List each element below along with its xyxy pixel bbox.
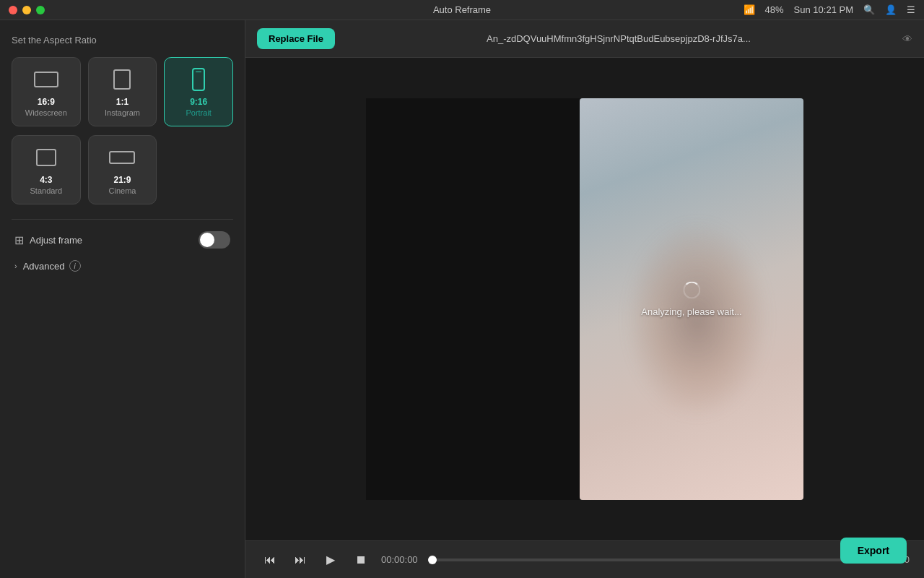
ar-ratio-instagram: 1:1 <box>116 97 128 107</box>
ar-label-standard: Standard <box>30 186 63 195</box>
ar-label-cinema: Cinema <box>109 186 136 195</box>
ar-icon-widescreen-container <box>34 66 58 92</box>
content-topbar: Replace File An_-zdDQVuuHMfmn3fgHSjnrNPt… <box>245 20 924 58</box>
adjust-frame-label: Adjust frame <box>30 235 199 246</box>
ar-ratio-widescreen: 16:9 <box>38 97 55 107</box>
timeline-track[interactable] <box>428 558 863 561</box>
loading-spinner <box>683 282 700 299</box>
ar-ratio-portrait: 9:16 <box>190 97 207 107</box>
traffic-lights <box>9 6 45 14</box>
adjust-frame-row: ⊞ Adjust frame <box>12 231 233 249</box>
rewind-button[interactable]: ⏮ <box>260 550 280 570</box>
instagram-icon <box>113 69 131 90</box>
ar-label-widescreen: Widescreen <box>25 108 67 117</box>
adjust-frame-toggle[interactable] <box>199 231 230 249</box>
search-icon[interactable]: 🔍 <box>863 4 875 15</box>
playback-bar: ⏮ ⏭ ▶ ⏹ 00:00:00 00:00:00 <box>245 540 924 578</box>
advanced-label: Advanced <box>23 261 65 272</box>
menu-icon[interactable]: ☰ <box>907 4 915 15</box>
wifi-icon: 📶 <box>744 4 755 15</box>
analyzing-container: Analyzing, please wait... <box>641 282 741 317</box>
ar-card-widescreen[interactable]: 16:9 Widescreen <box>12 57 81 126</box>
current-time: 00:00:00 <box>381 554 418 565</box>
app-title: Auto Reframe <box>433 4 491 15</box>
info-icon[interactable]: i <box>69 260 81 272</box>
minimize-button[interactable] <box>22 6 31 14</box>
ar-icon-standard-container <box>36 144 56 171</box>
figure-blur <box>624 219 770 420</box>
aspect-ratio-grid-row1: 16:9 Widescreen 1:1 Instagram 9:16 Portr… <box>12 57 233 126</box>
widescreen-icon <box>34 72 58 87</box>
ar-ratio-cinema: 21:9 <box>113 175 131 185</box>
stop-button[interactable]: ⏹ <box>351 550 371 570</box>
portrait-icon <box>192 68 205 91</box>
ar-card-standard[interactable]: 4:3 Standard <box>12 135 81 204</box>
advanced-row[interactable]: › Advanced i <box>12 260 233 272</box>
ar-card-cinema[interactable]: 21:9 Cinema <box>88 135 157 204</box>
video-main-frame: Analyzing, please wait... <box>580 98 803 500</box>
video-left-panel <box>366 98 580 500</box>
replace-file-button[interactable]: Replace File <box>257 28 335 49</box>
chevron-right-icon: › <box>14 262 17 270</box>
aspect-ratio-heading: Set the Aspect Ratio <box>12 35 233 46</box>
ar-ratio-standard: 4:3 <box>40 175 52 185</box>
sidebar: Set the Aspect Ratio 16:9 Widescreen 1:1… <box>0 20 245 578</box>
main-layout: Set the Aspect Ratio 16:9 Widescreen 1:1… <box>0 20 924 578</box>
filename-display: An_-zdDQVuuHMfmn3fgHSjnrNPtqtBudEubsepjp… <box>344 33 894 44</box>
eye-slash-icon[interactable]: 👁 <box>902 33 912 45</box>
export-area: Export <box>840 538 907 564</box>
play-button[interactable]: ▶ <box>321 550 341 570</box>
avatar-icon: 👤 <box>885 4 897 15</box>
sidebar-divider <box>12 219 233 220</box>
standard-icon <box>36 149 56 166</box>
maximize-button[interactable] <box>36 6 45 14</box>
analyzing-text: Analyzing, please wait... <box>641 306 741 317</box>
adjust-frame-icon: ⊞ <box>14 233 24 247</box>
step-forward-button[interactable]: ⏭ <box>290 550 310 570</box>
ar-icon-instagram-container <box>113 66 131 92</box>
datetime-text: Sun 10:21 PM <box>794 4 853 15</box>
ar-label-instagram: Instagram <box>105 108 140 117</box>
export-button[interactable]: Export <box>840 538 907 564</box>
content-area: Replace File An_-zdDQVuuHMfmn3fgHSjnrNPt… <box>245 20 924 578</box>
close-button[interactable] <box>9 6 17 14</box>
timeline-handle[interactable] <box>428 556 437 564</box>
title-bar-right: 📶 48% Sun 10:21 PM 🔍 👤 ☰ <box>744 4 915 15</box>
video-preview: Analyzing, please wait... <box>245 58 924 540</box>
title-bar: Auto Reframe 📶 48% Sun 10:21 PM 🔍 👤 ☰ <box>0 0 924 20</box>
ar-card-instagram[interactable]: 1:1 Instagram <box>88 57 157 126</box>
ar-label-portrait: Portrait <box>186 108 211 117</box>
ar-icon-portrait-container <box>192 66 205 92</box>
ar-card-portrait[interactable]: 9:16 Portrait <box>164 57 233 126</box>
aspect-ratio-grid-row2: 4:3 Standard 21:9 Cinema <box>12 135 233 204</box>
toggle-thumb <box>200 233 214 247</box>
cinema-icon <box>109 151 135 164</box>
battery-text: 48% <box>765 4 784 15</box>
ar-icon-cinema-container <box>109 144 135 171</box>
